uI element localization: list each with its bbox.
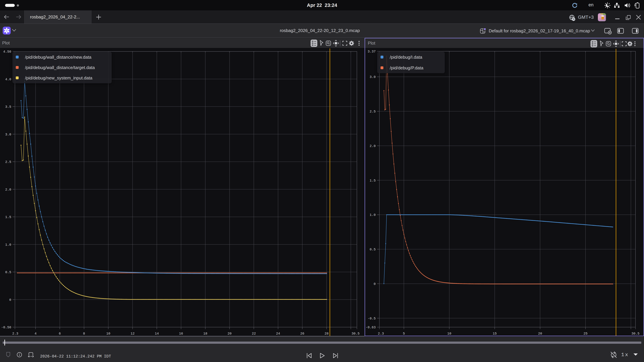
svg-text:1.0: 1.0 (370, 213, 376, 217)
svg-text:18: 18 (203, 332, 207, 336)
svg-text:24: 24 (276, 332, 280, 336)
svg-text:-0.5: -0.5 (368, 317, 376, 321)
svg-text:28: 28 (324, 332, 328, 336)
svg-text:2.0: 2.0 (370, 144, 376, 148)
svg-text:3.37: 3.37 (368, 50, 376, 53)
svg-text:3.5: 3.5 (5, 105, 11, 109)
svg-text:-0.50: -0.50 (1, 326, 11, 329)
svg-text:0: 0 (9, 298, 11, 302)
svg-text:22: 22 (252, 332, 256, 336)
svg-text:4: 4 (34, 332, 36, 336)
svg-text:10: 10 (106, 332, 110, 336)
svg-text:26: 26 (300, 332, 304, 336)
svg-text:2.5: 2.5 (370, 110, 376, 113)
svg-text:15: 15 (493, 332, 497, 336)
svg-text:1.0: 1.0 (5, 243, 11, 247)
svg-text:30.5: 30.5 (352, 332, 360, 336)
svg-text:2.3: 2.3 (378, 332, 384, 336)
svg-text:20: 20 (538, 332, 542, 336)
svg-text:4.50: 4.50 (3, 50, 11, 54)
svg-text:10: 10 (447, 332, 451, 336)
svg-text:4.0: 4.0 (5, 77, 11, 81)
svg-text:0: 0 (374, 282, 376, 286)
svg-text:16: 16 (179, 332, 183, 336)
svg-text:1.5: 1.5 (5, 215, 11, 219)
svg-text:2.3: 2.3 (12, 332, 18, 336)
svg-text:14: 14 (155, 332, 159, 336)
svg-text:20: 20 (228, 332, 232, 336)
svg-text:30.5: 30.5 (632, 332, 640, 336)
svg-text:5: 5 (403, 332, 405, 336)
svg-text:6: 6 (59, 332, 61, 336)
svg-text:1.5: 1.5 (370, 179, 376, 183)
svg-text:3.0: 3.0 (5, 133, 11, 136)
svg-text:12: 12 (130, 332, 134, 336)
svg-text:-0.63: -0.63 (366, 326, 376, 329)
svg-text:25: 25 (584, 332, 588, 336)
svg-text:8: 8 (83, 332, 85, 336)
svg-text:0.5: 0.5 (370, 248, 376, 251)
svg-text:0.5: 0.5 (5, 270, 11, 274)
svg-text:3.0: 3.0 (370, 75, 376, 79)
svg-text:2.0: 2.0 (5, 188, 11, 192)
svg-text:2.5: 2.5 (5, 160, 11, 164)
